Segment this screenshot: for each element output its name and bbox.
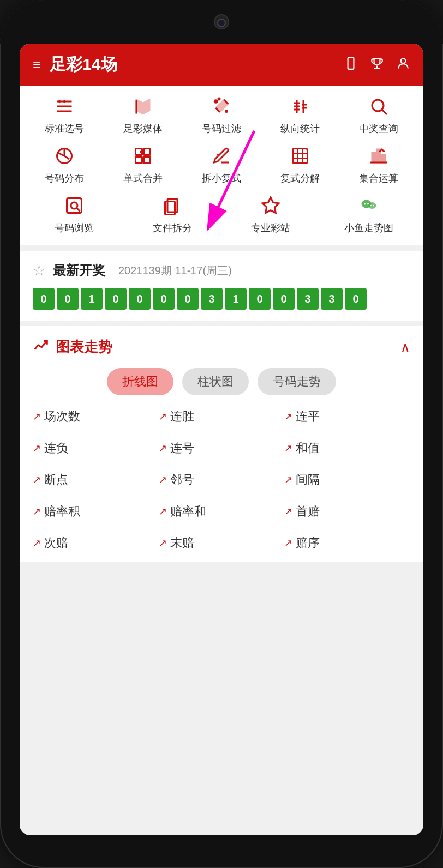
stat-lianfu-label: 连负 [44, 440, 68, 456]
phone-icon[interactable] [344, 56, 358, 74]
menu-jihe[interactable]: 集合运算 [349, 146, 409, 185]
stat-arrow-icon: ↗ [33, 537, 41, 549]
stat-liansheng-label: 连胜 [170, 408, 194, 425]
stat-changcishu[interactable]: ↗ 场次数 [33, 408, 159, 425]
stat-duandian[interactable]: ↗ 断点 [33, 472, 159, 488]
menu-row-2: 号码分布 单式合并 [25, 146, 418, 185]
menu-fenbu[interactable]: 号码分布 [34, 146, 94, 185]
wechat-icon [359, 196, 379, 218]
stat-arrow-icon: ↗ [159, 505, 167, 517]
svg-line-19 [382, 110, 387, 114]
svg-point-44 [364, 203, 366, 205]
trophy-icon[interactable] [370, 56, 384, 74]
stat-shoupei[interactable]: ↗ 首赔 [284, 503, 410, 520]
menu-haomalan[interactable]: 号码浏览 [44, 196, 104, 234]
svg-line-26 [218, 154, 219, 156]
num-10: 0 [273, 288, 295, 310]
stat-peilv[interactable]: ↗ 赔率积 [33, 503, 159, 520]
num-2: 1 [81, 288, 103, 310]
stat-hezhi[interactable]: ↗ 和值 [284, 440, 410, 456]
stat-peixu-label: 赔序 [296, 535, 320, 551]
num-11: 3 [297, 288, 319, 310]
main-content: 标准选号 足彩媒体 [20, 86, 423, 835]
menu-biaozhun[interactable]: 标准选号 [34, 97, 94, 135]
menu-meiti[interactable]: 足彩媒体 [113, 97, 173, 135]
menu-jihe-label: 集合运算 [359, 172, 398, 185]
app-title: 足彩14场 [50, 53, 117, 76]
stat-peixu[interactable]: ↗ 赔序 [284, 535, 410, 551]
svg-point-18 [372, 100, 384, 111]
stat-jiange-label: 间隔 [296, 472, 320, 488]
num-8: 1 [225, 288, 247, 310]
svg-point-47 [373, 205, 374, 206]
header-icons [344, 56, 410, 74]
svg-line-38 [77, 208, 80, 212]
latest-draw-section: ☆ 最新开奖 2021139期 11-17(周三) 0 0 1 0 0 0 0 … [20, 251, 423, 321]
stat-arrow-icon: ↗ [284, 505, 292, 517]
num-6: 0 [177, 288, 199, 310]
num-3: 0 [105, 288, 127, 310]
stat-arrow-icon: ↗ [33, 411, 41, 423]
stat-linhao[interactable]: ↗ 邻号 [159, 472, 285, 488]
stat-duandian-label: 断点 [44, 472, 68, 488]
menu-zhongjiang-label: 中奖查询 [359, 122, 398, 135]
num-0: 0 [33, 288, 55, 310]
menu-zhongjiang[interactable]: 中奖查询 [349, 97, 409, 135]
stat-lianping[interactable]: ↗ 连平 [284, 408, 410, 425]
user-icon[interactable] [396, 56, 410, 74]
collapse-icon[interactable]: ∧ [400, 340, 410, 355]
stat-lianping-label: 连平 [296, 408, 320, 425]
num-7: 3 [201, 288, 223, 310]
stat-shoupei-label: 首赔 [296, 503, 320, 520]
stat-hezhi-label: 和值 [296, 440, 320, 456]
pie-icon [55, 146, 74, 168]
menu-guolv[interactable]: 号码过滤 [191, 97, 252, 135]
menu-icon[interactable]: ≡ [33, 56, 40, 73]
phone-frame: ≡ 足彩14场 [0, 0, 443, 868]
chart-title: 图表走势 [56, 337, 112, 357]
stat-arrow-icon: ↗ [33, 442, 41, 454]
tab-row: 折线图 柱状图 号码走势 [33, 368, 410, 395]
menu-xiaoyu[interactable]: 小鱼走势图 [339, 196, 399, 234]
menu-zongxiang[interactable]: 纵向统计 [270, 97, 330, 135]
stat-arrow-icon: ↗ [33, 474, 41, 486]
stat-cipei[interactable]: ↗ 次赔 [33, 535, 159, 551]
pencil-icon [212, 146, 231, 168]
tab-zhexian[interactable]: 折线图 [107, 368, 173, 395]
vertical-icon [290, 97, 310, 119]
camera [214, 14, 229, 29]
stat-liansheng[interactable]: ↗ 连胜 [159, 408, 285, 425]
search-icon [369, 97, 388, 119]
stat-arrow-icon: ↗ [159, 474, 167, 486]
draw-numbers: 0 0 1 0 0 0 0 3 1 0 0 3 3 0 [33, 288, 410, 310]
screen: ≡ 足彩14场 [20, 44, 423, 835]
menu-danshi[interactable]: 单式合并 [113, 146, 173, 185]
num-9: 0 [249, 288, 271, 310]
search2-icon [64, 196, 84, 218]
menu-fushi[interactable]: 复式分解 [270, 146, 330, 185]
stat-arrow-icon: ↗ [284, 411, 292, 423]
tab-zhuzhuang[interactable]: 柱状图 [182, 368, 249, 395]
menu-biaozhun-label: 标准选号 [45, 122, 84, 135]
draw-star-icon[interactable]: ☆ [33, 262, 45, 279]
menu-zhuanye[interactable]: 专业彩站 [241, 196, 301, 234]
menu-wenjian[interactable]: 文件拆分 [142, 196, 202, 234]
svg-rect-0 [348, 57, 354, 69]
stat-changcishu-label: 场次数 [44, 408, 80, 425]
svg-point-8 [214, 100, 217, 103]
stat-jiange[interactable]: ↗ 间隔 [284, 472, 410, 488]
phone-top-bar [0, 0, 443, 44]
stat-mopei[interactable]: ↗ 末赔 [159, 535, 285, 551]
svg-rect-32 [372, 153, 375, 162]
num-13: 0 [345, 288, 367, 310]
svg-point-1 [401, 58, 406, 63]
stat-lianhao[interactable]: ↗ 连号 [159, 440, 285, 456]
stat-peihe[interactable]: ↗ 赔率和 [159, 503, 285, 520]
stat-lianfu[interactable]: ↗ 连负 [33, 440, 159, 456]
svg-rect-23 [136, 157, 142, 164]
stat-lianhao-label: 连号 [170, 440, 194, 456]
menu-chaixiao[interactable]: 拆小复式 [191, 146, 252, 185]
tab-haoma[interactable]: 号码走势 [258, 368, 336, 395]
num-5: 0 [153, 288, 175, 310]
stat-arrow-icon: ↗ [159, 411, 167, 423]
